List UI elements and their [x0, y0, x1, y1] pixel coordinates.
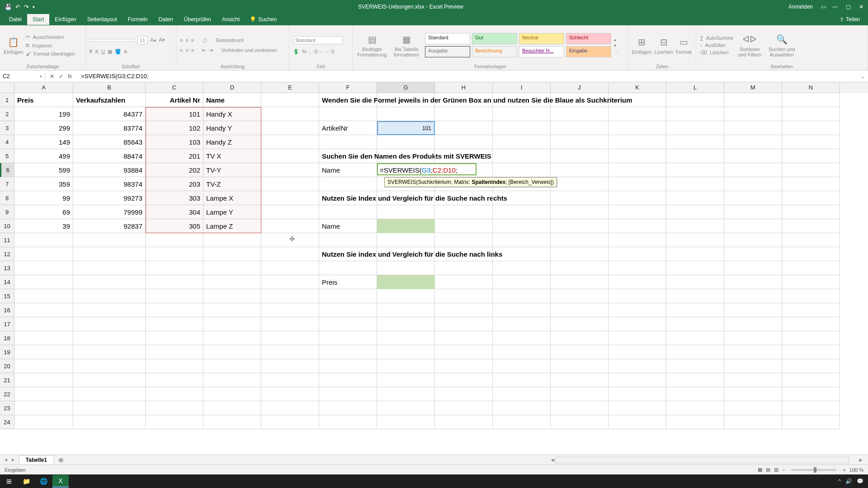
decrease-font-icon[interactable]: A▾ [159, 37, 165, 43]
cell-J19[interactable] [551, 345, 609, 359]
cell-A24[interactable] [14, 415, 73, 429]
cell-F1[interactable]: Wenden Sie die Formel jeweils in der Grü… [319, 93, 377, 107]
cell-E17[interactable] [261, 317, 319, 331]
row-header-20[interactable]: 20 [0, 359, 14, 373]
cell-H9[interactable] [435, 205, 493, 219]
cell-C1[interactable]: Artikel Nr [146, 93, 203, 107]
bold-icon[interactable]: F [90, 49, 93, 54]
cell-E10[interactable] [261, 219, 319, 233]
start-button[interactable]: ⊞ [1, 475, 17, 488]
cell-G12[interactable] [377, 247, 435, 261]
cell-A20[interactable] [14, 359, 73, 373]
cell-L13[interactable] [666, 261, 724, 275]
cell-L7[interactable] [666, 177, 724, 191]
row-header-22[interactable]: 22 [0, 387, 14, 401]
col-header-J[interactable]: J [551, 82, 609, 93]
fill-color-icon[interactable]: 🪣 [115, 49, 121, 55]
cell-B13[interactable] [73, 261, 146, 275]
cell-C21[interactable] [146, 373, 203, 387]
tab-file[interactable]: Datei [4, 14, 27, 25]
row-header-7[interactable]: 7 [0, 177, 14, 191]
cell-M15[interactable] [724, 289, 782, 303]
cell-G15[interactable] [377, 289, 435, 303]
cell-D19[interactable] [203, 345, 261, 359]
cell-A9[interactable]: 69 [14, 205, 73, 219]
font-color-icon[interactable]: A [124, 49, 127, 54]
percent-icon[interactable]: % [302, 49, 307, 54]
cell-J2[interactable] [551, 107, 609, 121]
cell-B3[interactable]: 83774 [73, 121, 146, 135]
cell-I10[interactable] [493, 219, 551, 233]
cell-F17[interactable] [319, 317, 377, 331]
cell-E1[interactable] [261, 93, 319, 107]
cell-E8[interactable] [261, 191, 319, 205]
col-header-G[interactable]: G [377, 82, 435, 93]
cell-C18[interactable] [146, 331, 203, 345]
cell-C7[interactable]: 203 [146, 177, 203, 191]
cell-L4[interactable] [666, 135, 724, 149]
comma-icon[interactable]: , [309, 49, 311, 54]
cell-A4[interactable]: 149 [14, 135, 73, 149]
cell-H24[interactable] [435, 415, 493, 429]
cell-C5[interactable]: 201 [146, 149, 203, 163]
signin-link[interactable]: Anmelden [788, 4, 813, 10]
cell-E2[interactable] [261, 107, 319, 121]
tray-expand-icon[interactable]: ^ [838, 478, 841, 484]
cell-G11[interactable] [377, 233, 435, 247]
cell-G13[interactable] [377, 261, 435, 275]
cell-J22[interactable] [551, 387, 609, 401]
cell-I24[interactable] [493, 415, 551, 429]
cell-F14[interactable]: Preis [319, 275, 377, 289]
cell-F3[interactable]: ArtikelNr [319, 121, 377, 135]
cell-J17[interactable] [551, 317, 609, 331]
cell-B9[interactable]: 79999 [73, 205, 146, 219]
cell-N15[interactable] [782, 289, 840, 303]
confirm-formula-icon[interactable]: ✓ [59, 73, 63, 80]
col-header-K[interactable]: K [609, 82, 666, 93]
zoom-in-icon[interactable]: + [843, 467, 845, 473]
cell-N5[interactable] [782, 149, 840, 163]
cell-C10[interactable]: 305 [146, 219, 203, 233]
cell-L24[interactable] [666, 415, 724, 429]
sort-filter-icon[interactable]: ᐊᐅ [743, 33, 756, 46]
cell-N21[interactable] [782, 373, 840, 387]
cond-format-icon[interactable]: ▤ [366, 33, 378, 46]
cell-F19[interactable] [319, 345, 377, 359]
cell-M9[interactable] [724, 205, 782, 219]
cell-N3[interactable] [782, 121, 840, 135]
cell-H16[interactable] [435, 303, 493, 317]
clear-button[interactable]: ⌫Löschen [700, 50, 733, 56]
cell-A14[interactable] [14, 275, 73, 289]
cell-B14[interactable] [73, 275, 146, 289]
cell-K7[interactable] [609, 177, 666, 191]
row-header-13[interactable]: 13 [0, 261, 14, 275]
cell-I8[interactable] [493, 191, 551, 205]
cell-I22[interactable] [493, 387, 551, 401]
format-cells-icon[interactable]: ▭ [677, 36, 690, 48]
cell-D15[interactable] [203, 289, 261, 303]
cell-N6[interactable] [782, 163, 840, 177]
cell-A21[interactable] [14, 373, 73, 387]
cell-L8[interactable] [666, 191, 724, 205]
cell-H3[interactable] [435, 121, 493, 135]
cell-J20[interactable] [551, 359, 609, 373]
cell-L22[interactable] [666, 387, 724, 401]
cell-F23[interactable] [319, 401, 377, 415]
cell-L19[interactable] [666, 345, 724, 359]
cell-F22[interactable] [319, 387, 377, 401]
cell-F12[interactable]: Nutzen Sie index und Vergleich für die S… [319, 247, 377, 261]
cell-D5[interactable]: TV X [203, 149, 261, 163]
cell-H22[interactable] [435, 387, 493, 401]
cell-J23[interactable] [551, 401, 609, 415]
cell-F24[interactable] [319, 415, 377, 429]
row-header-10[interactable]: 10 [0, 219, 14, 233]
cell-K11[interactable] [609, 233, 666, 247]
cell-C11[interactable] [146, 233, 203, 247]
cell-E15[interactable] [261, 289, 319, 303]
row-header-8[interactable]: 8 [0, 191, 14, 205]
cell-H20[interactable] [435, 359, 493, 373]
cell-M8[interactable] [724, 191, 782, 205]
cell-I20[interactable] [493, 359, 551, 373]
cell-I11[interactable] [493, 233, 551, 247]
cell-B19[interactable] [73, 345, 146, 359]
